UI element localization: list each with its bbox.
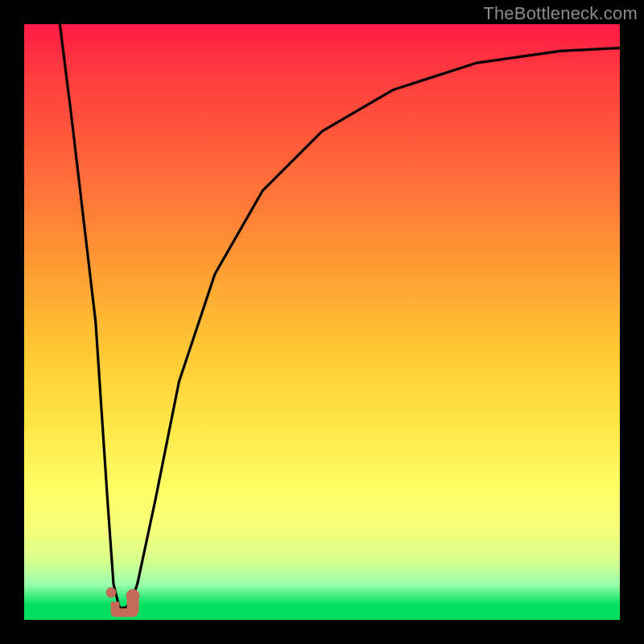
chart-curve-layer — [24, 24, 620, 620]
bottleneck-curve — [60, 24, 620, 608]
optimal-region-marker — [106, 588, 139, 617]
watermark-text: TheBottleneck.com — [483, 3, 638, 24]
chart-frame: TheBottleneck.com — [0, 0, 644, 644]
